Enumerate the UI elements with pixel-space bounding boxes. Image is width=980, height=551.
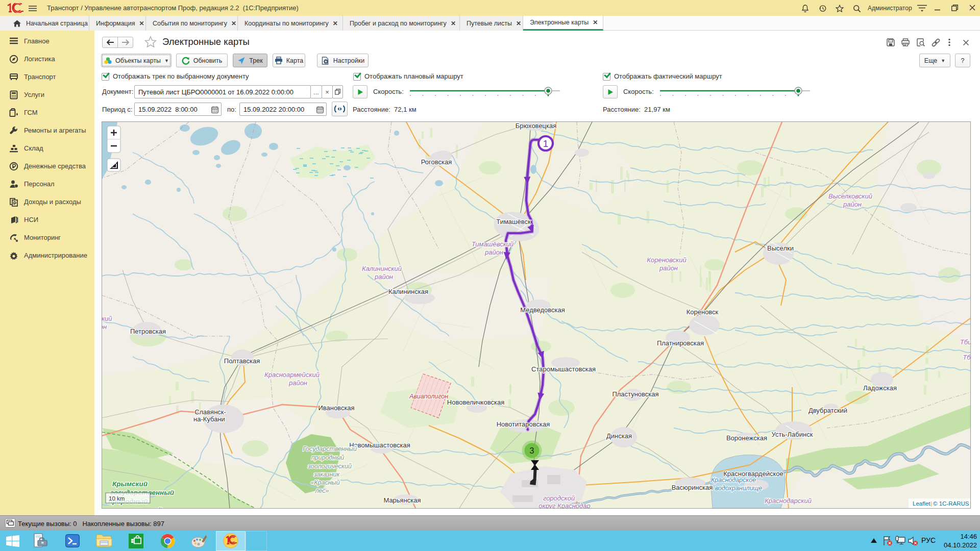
svg-text:Тб: Тб: [963, 354, 970, 361]
svg-text:район: район: [374, 273, 393, 281]
svg-text:он: он: [102, 323, 107, 331]
svg-text:Ивановская: Ивановская: [318, 404, 354, 412]
svg-text:Красноармейский: Красноармейский: [264, 371, 320, 379]
svg-text:Платнировская: Платнировская: [657, 339, 704, 347]
svg-text:Кореновск: Кореновск: [687, 308, 719, 316]
svg-text:Крымский: Крымский: [112, 480, 148, 488]
svg-text:Кореновский: Кореновский: [647, 256, 686, 264]
svg-text:Полтавская: Полтавская: [224, 357, 260, 365]
svg-text:округ Краснодар: округ Краснодар: [538, 502, 590, 508]
svg-text:Воронежская: Воронежская: [726, 434, 767, 442]
svg-text:Leaflet: Leaflet: [913, 500, 930, 507]
svg-text:Васюринская: Васюринская: [672, 484, 713, 491]
svg-text:Двубратский: Двубратский: [808, 407, 847, 414]
svg-text:Тби: Тби: [960, 338, 970, 346]
svg-text:Тимашёвск: Тимашёвск: [496, 218, 531, 226]
svg-text:Роговская: Роговская: [421, 158, 452, 166]
svg-text:на-Кубани: на-Кубани: [193, 415, 225, 423]
svg-text:зоологический: зоологический: [110, 506, 162, 508]
svg-text:Новомышастовская: Новомышастовская: [349, 441, 410, 449]
svg-text:Брюховецкая: Брюховецкая: [516, 122, 557, 130]
svg-text:© 1C-RARUS: © 1C-RARUS: [933, 500, 969, 507]
svg-text:Новотитаровская: Новотитаровская: [497, 420, 550, 428]
svg-text:Государственный: Государственный: [303, 445, 357, 453]
svg-text:район: район: [484, 248, 503, 256]
svg-text:Нововеличковская: Нововеличковская: [447, 398, 504, 406]
svg-text:район: район: [659, 264, 678, 272]
svg-text:Усть-Лабинск: Усть-Лабинск: [772, 431, 813, 438]
svg-text:Пластуновская: Пластуновская: [612, 390, 658, 398]
svg-text:Старомышастовская: Старомышастовская: [531, 365, 596, 373]
svg-text:городской: городской: [543, 494, 575, 502]
svg-text:лес»: лес»: [314, 487, 329, 494]
svg-text:Выселковский: Выселковский: [828, 192, 872, 200]
svg-text:Славянск-: Славянск-: [194, 408, 226, 416]
svg-text:Калининский: Калининский: [362, 265, 402, 272]
svg-text:Краснодарский: Краснодарский: [765, 497, 812, 505]
svg-text:Выселки: Выселки: [767, 244, 794, 252]
svg-text:Ладожская: Ладожская: [863, 384, 897, 392]
svg-text:Тимашёвский: Тимашёвский: [472, 240, 514, 248]
svg-text:зоологический: зоологический: [307, 463, 352, 470]
svg-text:водохранилище: водохранилище: [715, 485, 762, 492]
svg-text:Медведовская: Медведовская: [520, 306, 565, 314]
svg-text:|: |: [930, 500, 932, 507]
svg-text:Марьянская: Марьянская: [383, 496, 421, 504]
svg-text:природный: природный: [311, 454, 345, 461]
svg-text:Калининская: Калининская: [388, 288, 428, 295]
svg-text:заказник: заказник: [313, 471, 340, 478]
svg-text:район: район: [843, 201, 862, 208]
svg-text:1: 1: [543, 138, 549, 149]
svg-text:«Красный: «Красный: [310, 479, 340, 486]
svg-text:3: 3: [530, 446, 534, 455]
svg-text:ский: ский: [102, 315, 112, 322]
svg-text:10 km: 10 km: [109, 495, 125, 502]
svg-text:Краснодарское: Краснодарское: [711, 477, 756, 484]
svg-text:Авиаполигон: Авиаполигон: [409, 393, 448, 400]
svg-text:Динская: Динская: [606, 432, 632, 440]
svg-text:Петровская: Петровская: [130, 328, 166, 335]
svg-text:район: район: [288, 379, 307, 387]
